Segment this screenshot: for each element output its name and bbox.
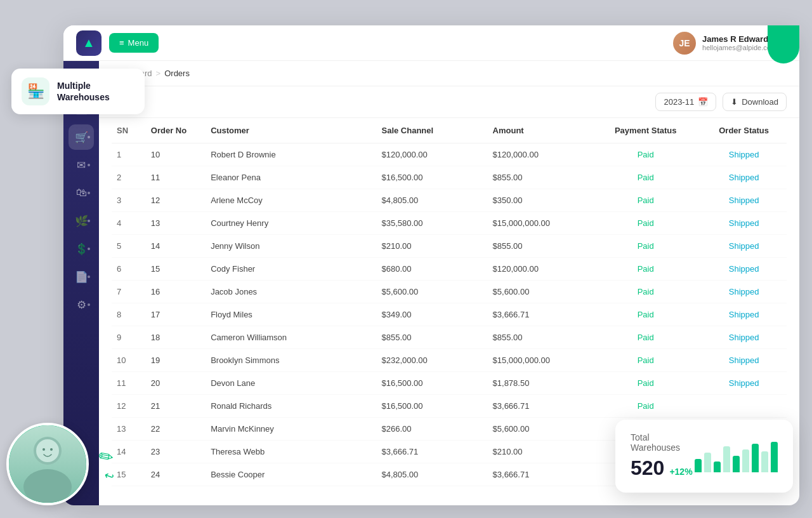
sidebar-item-plant[interactable]: 🌿 xyxy=(69,208,94,234)
avatar: JE xyxy=(673,32,696,55)
table-row[interactable]: 10 19 Brooklyn Simmons $232,000.00 $15,0… xyxy=(112,349,787,372)
sidebar-dot xyxy=(88,276,90,278)
cell-order-status: Shipped xyxy=(701,326,787,349)
currency-icon: 💲 xyxy=(75,242,88,256)
cell-order-no: 18 xyxy=(146,326,206,349)
cell-customer: Jacob Jones xyxy=(206,281,376,303)
cell-order-no: 19 xyxy=(146,349,206,372)
profile-figure xyxy=(9,425,86,503)
svg-point-2 xyxy=(36,439,59,462)
chart-bar xyxy=(723,446,730,472)
table-row[interactable]: 1 10 Robert D Brownie $120,000.00 $120,0… xyxy=(112,143,787,166)
col-order-status: Order Status xyxy=(701,118,787,143)
cell-sale-channel: $4,805.00 xyxy=(376,463,487,486)
chart-bar xyxy=(695,459,702,472)
cell-order-no: 21 xyxy=(146,395,206,418)
table-row[interactable]: 7 16 Jacob Jones $5,600.00 $5,600.00 Pai… xyxy=(112,281,787,303)
settings-icon: ⚙ xyxy=(77,298,86,312)
cell-payment-status: Paid xyxy=(590,372,701,395)
cell-sale-channel: $35,580.00 xyxy=(376,212,487,235)
table-toolbar: 2023-11 📅 ⬇ Download xyxy=(99,86,799,118)
cell-order-no: 13 xyxy=(146,212,206,235)
table-row[interactable]: 4 13 Courtney Henry $35,580.00 $15,000,0… xyxy=(112,212,787,235)
cell-sn: 5 xyxy=(112,235,146,258)
cell-sn: 9 xyxy=(112,326,146,349)
download-label: Download xyxy=(742,97,778,107)
cell-order-no: 15 xyxy=(146,258,206,281)
cell-customer: Robert D Brownie xyxy=(206,143,376,166)
cell-order-no: 10 xyxy=(146,143,206,166)
table-row[interactable]: 12 21 Ronald Richards $16,500.00 $3,666.… xyxy=(112,395,787,418)
cell-sn: 4 xyxy=(112,212,146,235)
table-row[interactable]: 9 18 Cameron Williamson $855.00 $855.00 … xyxy=(112,326,787,349)
cell-customer: Brooklyn Simmons xyxy=(206,349,376,372)
cell-customer: Courtney Henry xyxy=(206,212,376,235)
date-filter[interactable]: 2023-11 📅 xyxy=(655,93,716,111)
cell-amount: $5,600.00 xyxy=(488,418,591,441)
cell-sn: 7 xyxy=(112,281,146,303)
cell-order-status: Shipped xyxy=(701,235,787,258)
table-row[interactable]: 6 15 Cody Fisher $680.00 $120,000.00 Pai… xyxy=(112,258,787,281)
cell-order-no: 12 xyxy=(146,189,206,212)
sidebar-item-products[interactable]: 🛍 xyxy=(69,180,94,206)
breadcrumb-separator: > xyxy=(156,69,161,78)
col-payment-status: Payment Status xyxy=(590,118,701,143)
chart-bar xyxy=(742,449,749,472)
profile-circle xyxy=(6,423,89,505)
download-button[interactable]: ⬇ Download xyxy=(723,93,787,111)
svg-point-3 xyxy=(43,448,45,451)
header-left: ▲ ≡ Menu xyxy=(76,30,159,56)
plant-icon: 🌿 xyxy=(75,215,88,228)
cell-customer: Arlene McCoy xyxy=(206,189,376,212)
sidebar-item-orders[interactable]: 🛒 xyxy=(69,124,94,150)
table-row[interactable]: 5 14 Jenny Wilson $210.00 $855.00 Paid S… xyxy=(112,235,787,258)
cell-order-no: 16 xyxy=(146,281,206,303)
cell-payment-status: Paid xyxy=(590,258,701,281)
cell-order-no: 22 xyxy=(146,418,206,441)
menu-button[interactable]: ≡ Menu xyxy=(109,33,159,53)
sidebar-dot xyxy=(88,303,90,306)
sidebar-item-messages[interactable]: ✉ xyxy=(69,152,94,178)
sidebar-dot xyxy=(88,192,90,194)
cell-sale-channel: $232,000.00 xyxy=(376,349,487,372)
cart-icon: 🛒 xyxy=(75,131,88,144)
logo-icon: ▲ xyxy=(82,36,95,50)
cell-payment-status: Paid xyxy=(590,326,701,349)
sidebar-item-finance[interactable]: 💲 xyxy=(69,236,94,262)
cell-order-status: Shipped xyxy=(701,189,787,212)
sidebar-dot xyxy=(88,136,90,138)
warehouse-widget: Total Warehouses 520 +12% xyxy=(615,420,793,493)
widget-change: +12% xyxy=(669,467,692,477)
cell-amount: $3,666.71 xyxy=(488,463,591,486)
table-row[interactable]: 11 20 Devon Lane $16,500.00 $1,878.50 Pa… xyxy=(112,372,787,395)
document-icon: 📄 xyxy=(75,270,88,284)
corner-decoration xyxy=(768,25,799,63)
cell-sale-channel: $16,500.00 xyxy=(376,166,487,189)
cell-sn: 1 xyxy=(112,143,146,166)
sidebar-item-documents[interactable]: 📄 xyxy=(69,264,94,289)
cell-sale-channel: $5,600.00 xyxy=(376,281,487,303)
table-row[interactable]: 3 12 Arlene McCoy $4,805.00 $350.00 Paid… xyxy=(112,189,787,212)
cell-sale-channel: $349.00 xyxy=(376,303,487,326)
cell-payment-status: Paid xyxy=(590,212,701,235)
cell-payment-status: Paid xyxy=(590,303,701,326)
sidebar-item-settings[interactable]: ⚙ xyxy=(69,292,94,317)
chart-bar xyxy=(771,442,778,472)
cell-order-status: Shipped xyxy=(701,143,787,166)
cell-sn: 15 xyxy=(112,463,146,486)
cell-payment-status: Paid xyxy=(590,235,701,258)
app-header-card: 🏪 Multiple Warehouses xyxy=(11,69,145,114)
cell-amount: $3,666.71 xyxy=(488,303,591,326)
user-name: James R Edward xyxy=(702,34,776,44)
table-row[interactable]: 2 11 Eleanor Pena $16,500.00 $855.00 Pai… xyxy=(112,166,787,189)
cell-order-status: Shipped xyxy=(701,212,787,235)
cell-order-no: 14 xyxy=(146,235,206,258)
col-order-no: Order No xyxy=(146,118,206,143)
svg-point-1 xyxy=(23,469,72,503)
cell-amount: $120,000.00 xyxy=(488,258,591,281)
cell-amount: $855.00 xyxy=(488,166,591,189)
bag-icon: 🛍 xyxy=(76,187,87,199)
col-sn: SN xyxy=(112,118,146,143)
cell-amount: $3,666.71 xyxy=(488,395,591,418)
table-row[interactable]: 8 17 Floyd Miles $349.00 $3,666.71 Paid … xyxy=(112,303,787,326)
